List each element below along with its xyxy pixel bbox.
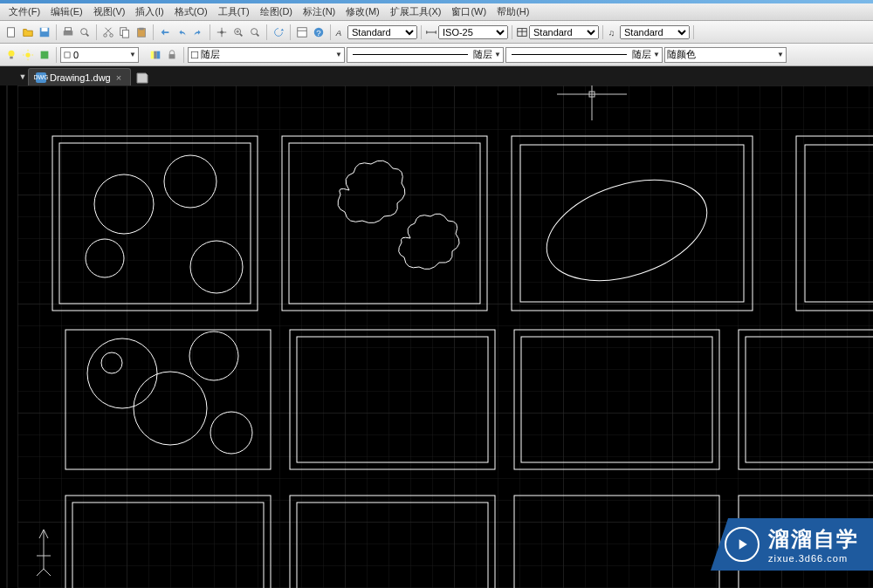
multileader-style-dropdown[interactable]: Standard [620,25,690,39]
menu-help[interactable]: 帮助(H) [491,3,534,20]
text-style-dropdown[interactable]: Standard [347,25,417,39]
watermark-logo-icon [725,527,760,562]
watermark-title: 溜溜自学 [768,525,859,553]
undo-button[interactable] [174,24,189,40]
menu-view[interactable]: 视图(V) [88,3,131,20]
linetype-dropdown-1[interactable]: 随层 ▼ [347,47,504,63]
svg-point-13 [220,31,223,34]
color-dropdown[interactable]: 随颜色 ▼ [664,47,787,63]
tab-prev-arrow[interactable]: ▼ [17,68,28,85]
svg-line-19 [257,33,259,36]
chevron-down-icon: ▼ [494,51,501,58]
dim-style-dropdown[interactable]: ISO-25 [438,25,508,39]
layer-label-1: 随层 [201,48,220,61]
layer-bar: 0 ▼ 随层 ▼ 随层 ▼ 随层 ▼ 随颜色 ▼ [0,44,873,66]
svg-rect-37 [41,51,49,58]
svg-rect-12 [139,27,143,30]
svg-rect-10 [122,30,128,38]
svg-rect-39 [151,51,155,58]
menu-extend[interactable]: 扩展工具(X) [385,3,447,20]
properties-button[interactable] [294,24,310,40]
svg-line-15 [240,33,243,36]
line-sample [512,54,627,55]
new-file-button[interactable] [3,24,19,40]
zoom-extents-button[interactable] [247,24,263,40]
chevron-down-icon: ▼ [777,51,784,58]
chevron-down-icon: ▼ [129,51,136,58]
vertical-ruler [0,85,17,588]
table-style-dropdown[interactable]: Standard [529,25,599,39]
layer-current-label: 0 [73,50,79,60]
document-tab-bar: ▼ DWG Drawing1.dwg × [0,66,873,85]
menu-modify[interactable]: 修改(M) [340,3,385,20]
menu-window[interactable]: 窗口(W) [446,3,491,20]
watermark: 溜溜自学 zixue.3d66.com [711,518,873,571]
svg-rect-0 [8,27,15,37]
open-file-button[interactable] [20,24,36,40]
chevron-down-icon: ▼ [335,51,342,58]
layer-color-icon[interactable] [37,47,52,63]
layer-lightbulb-icon[interactable] [3,47,19,63]
paste-button[interactable] [134,24,149,40]
line-sample [353,54,468,55]
svg-rect-43 [191,51,198,58]
menu-file[interactable]: 文件(F) [3,3,45,20]
dwg-file-icon: DWG [36,72,46,83]
document-tab[interactable]: DWG Drawing1.dwg × [28,68,131,85]
layer-current-dropdown[interactable]: 0 ▼ [60,47,139,63]
svg-point-30 [9,50,15,56]
layer-lock-button[interactable] [164,47,180,63]
drawing-content[interactable] [17,85,873,588]
svg-rect-4 [65,27,72,31]
svg-rect-42 [169,54,175,58]
svg-text:♫: ♫ [608,27,615,37]
svg-rect-2 [42,27,48,31]
svg-rect-20 [298,27,307,37]
print-preview-button[interactable] [77,24,93,40]
linetype-label-1: 随层 [473,48,492,61]
menu-draw[interactable]: 绘图(D) [255,3,298,20]
color-label: 随颜色 [667,48,696,61]
redo-button[interactable] [190,24,206,40]
layer-manager-button[interactable] [148,47,163,63]
svg-point-18 [251,28,258,34]
menu-annotate[interactable]: 标注(N) [298,3,340,20]
save-button[interactable] [37,24,52,40]
menu-tools[interactable]: 工具(T) [213,3,255,20]
watermark-url: zixue.3d66.com [768,553,859,564]
toolbar-main: ? A Standard ISO-25 Standard ♫ Standard [0,21,873,44]
pan-button[interactable] [214,24,230,40]
svg-point-32 [25,52,30,57]
copy-button[interactable] [117,24,133,40]
svg-line-6 [86,33,89,36]
svg-text:?: ? [316,27,320,37]
menu-bar: 文件(F) 编辑(E) 视图(V) 插入(I) 格式(O) 工具(T) 绘图(D… [0,3,873,21]
chevron-down-icon: ▼ [653,51,660,58]
menu-insert[interactable]: 插入(I) [130,3,168,20]
svg-rect-40 [154,51,157,58]
layer-dropdown-1[interactable]: 随层 ▼ [188,47,345,63]
svg-rect-41 [157,51,161,58]
multileader-style-icon: ♫ [607,26,619,38]
match-button[interactable] [157,24,173,40]
refresh-button[interactable] [271,24,286,40]
menu-edit[interactable]: 编辑(E) [45,3,88,20]
dim-style-icon [425,26,437,38]
svg-point-8 [110,33,113,37]
tab-filename: Drawing1.dwg [50,72,111,83]
table-style-icon [516,26,528,38]
lineweight-dropdown[interactable]: 随层 ▼ [505,47,663,63]
tab-close-button[interactable]: × [114,72,123,83]
drawing-canvas[interactable] [0,85,873,588]
lineweight-label: 随层 [632,48,651,61]
print-button[interactable] [60,24,76,40]
new-tab-button[interactable] [134,70,150,85]
svg-text:A: A [335,27,341,37]
cut-button[interactable] [100,24,116,40]
zoom-button[interactable] [230,24,246,40]
help-button[interactable]: ? [311,24,327,40]
svg-point-5 [81,28,87,34]
svg-rect-38 [65,51,70,57]
menu-format[interactable]: 格式(O) [169,3,213,20]
layer-sun-icon[interactable] [20,47,36,63]
